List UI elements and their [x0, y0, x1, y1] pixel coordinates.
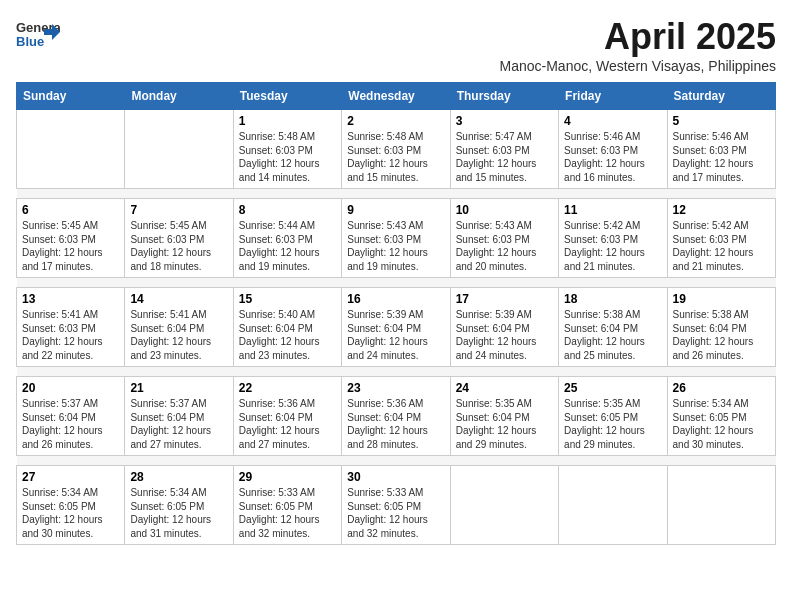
- day-number: 19: [673, 292, 770, 306]
- main-title: April 2025: [500, 16, 777, 58]
- cell-info: Sunrise: 5:42 AMSunset: 6:03 PMDaylight:…: [673, 219, 770, 273]
- day-number: 15: [239, 292, 336, 306]
- day-number: 16: [347, 292, 444, 306]
- calendar-cell: 3Sunrise: 5:47 AMSunset: 6:03 PMDaylight…: [450, 110, 558, 189]
- day-number: 2: [347, 114, 444, 128]
- cell-info: Sunrise: 5:48 AMSunset: 6:03 PMDaylight:…: [239, 130, 336, 184]
- calendar-cell: 30Sunrise: 5:33 AMSunset: 6:05 PMDayligh…: [342, 466, 450, 545]
- day-number: 10: [456, 203, 553, 217]
- day-number: 1: [239, 114, 336, 128]
- calendar-cell: 7Sunrise: 5:45 AMSunset: 6:03 PMDaylight…: [125, 199, 233, 278]
- cell-info: Sunrise: 5:41 AMSunset: 6:04 PMDaylight:…: [130, 308, 227, 362]
- logo: General Blue: [16, 16, 60, 56]
- day-number: 7: [130, 203, 227, 217]
- calendar-cell: 11Sunrise: 5:42 AMSunset: 6:03 PMDayligh…: [559, 199, 667, 278]
- week-separator: [17, 367, 776, 377]
- day-number: 9: [347, 203, 444, 217]
- calendar-cell: 19Sunrise: 5:38 AMSunset: 6:04 PMDayligh…: [667, 288, 775, 367]
- calendar-header-row: SundayMondayTuesdayWednesdayThursdayFrid…: [17, 83, 776, 110]
- cell-info: Sunrise: 5:46 AMSunset: 6:03 PMDaylight:…: [564, 130, 661, 184]
- cell-info: Sunrise: 5:46 AMSunset: 6:03 PMDaylight:…: [673, 130, 770, 184]
- calendar-cell: 1Sunrise: 5:48 AMSunset: 6:03 PMDaylight…: [233, 110, 341, 189]
- week-separator: [17, 278, 776, 288]
- calendar-cell: [17, 110, 125, 189]
- day-number: 27: [22, 470, 119, 484]
- calendar-cell: 15Sunrise: 5:40 AMSunset: 6:04 PMDayligh…: [233, 288, 341, 367]
- week-row-2: 6Sunrise: 5:45 AMSunset: 6:03 PMDaylight…: [17, 199, 776, 278]
- day-number: 8: [239, 203, 336, 217]
- calendar-cell: 16Sunrise: 5:39 AMSunset: 6:04 PMDayligh…: [342, 288, 450, 367]
- day-number: 18: [564, 292, 661, 306]
- day-number: 25: [564, 381, 661, 395]
- weekday-header-monday: Monday: [125, 83, 233, 110]
- weekday-header-wednesday: Wednesday: [342, 83, 450, 110]
- calendar-cell: 6Sunrise: 5:45 AMSunset: 6:03 PMDaylight…: [17, 199, 125, 278]
- calendar-cell: 10Sunrise: 5:43 AMSunset: 6:03 PMDayligh…: [450, 199, 558, 278]
- calendar-cell: 25Sunrise: 5:35 AMSunset: 6:05 PMDayligh…: [559, 377, 667, 456]
- calendar-cell: 24Sunrise: 5:35 AMSunset: 6:04 PMDayligh…: [450, 377, 558, 456]
- weekday-header-saturday: Saturday: [667, 83, 775, 110]
- cell-info: Sunrise: 5:34 AMSunset: 6:05 PMDaylight:…: [673, 397, 770, 451]
- cell-info: Sunrise: 5:37 AMSunset: 6:04 PMDaylight:…: [130, 397, 227, 451]
- day-number: 4: [564, 114, 661, 128]
- day-number: 20: [22, 381, 119, 395]
- cell-info: Sunrise: 5:38 AMSunset: 6:04 PMDaylight:…: [673, 308, 770, 362]
- day-number: 24: [456, 381, 553, 395]
- cell-info: Sunrise: 5:42 AMSunset: 6:03 PMDaylight:…: [564, 219, 661, 273]
- cell-info: Sunrise: 5:45 AMSunset: 6:03 PMDaylight:…: [22, 219, 119, 273]
- day-number: 29: [239, 470, 336, 484]
- day-number: 28: [130, 470, 227, 484]
- calendar-cell: [450, 466, 558, 545]
- cell-info: Sunrise: 5:38 AMSunset: 6:04 PMDaylight:…: [564, 308, 661, 362]
- calendar-cell: 17Sunrise: 5:39 AMSunset: 6:04 PMDayligh…: [450, 288, 558, 367]
- calendar-cell: 27Sunrise: 5:34 AMSunset: 6:05 PMDayligh…: [17, 466, 125, 545]
- calendar-cell: [559, 466, 667, 545]
- calendar-cell: [667, 466, 775, 545]
- day-number: 5: [673, 114, 770, 128]
- day-number: 21: [130, 381, 227, 395]
- calendar-cell: 20Sunrise: 5:37 AMSunset: 6:04 PMDayligh…: [17, 377, 125, 456]
- cell-info: Sunrise: 5:41 AMSunset: 6:03 PMDaylight:…: [22, 308, 119, 362]
- calendar-cell: 4Sunrise: 5:46 AMSunset: 6:03 PMDaylight…: [559, 110, 667, 189]
- week-separator: [17, 456, 776, 466]
- week-row-5: 27Sunrise: 5:34 AMSunset: 6:05 PMDayligh…: [17, 466, 776, 545]
- cell-info: Sunrise: 5:33 AMSunset: 6:05 PMDaylight:…: [239, 486, 336, 540]
- calendar-cell: 5Sunrise: 5:46 AMSunset: 6:03 PMDaylight…: [667, 110, 775, 189]
- day-number: 22: [239, 381, 336, 395]
- page-header: General Blue April 2025 Manoc-Manoc, Wes…: [16, 16, 776, 74]
- day-number: 13: [22, 292, 119, 306]
- calendar-cell: 18Sunrise: 5:38 AMSunset: 6:04 PMDayligh…: [559, 288, 667, 367]
- cell-info: Sunrise: 5:35 AMSunset: 6:04 PMDaylight:…: [456, 397, 553, 451]
- day-number: 17: [456, 292, 553, 306]
- day-number: 11: [564, 203, 661, 217]
- subtitle: Manoc-Manoc, Western Visayas, Philippine…: [500, 58, 777, 74]
- day-number: 12: [673, 203, 770, 217]
- calendar-cell: 26Sunrise: 5:34 AMSunset: 6:05 PMDayligh…: [667, 377, 775, 456]
- calendar-cell: 2Sunrise: 5:48 AMSunset: 6:03 PMDaylight…: [342, 110, 450, 189]
- cell-info: Sunrise: 5:44 AMSunset: 6:03 PMDaylight:…: [239, 219, 336, 273]
- cell-info: Sunrise: 5:43 AMSunset: 6:03 PMDaylight:…: [347, 219, 444, 273]
- cell-info: Sunrise: 5:43 AMSunset: 6:03 PMDaylight:…: [456, 219, 553, 273]
- cell-info: Sunrise: 5:36 AMSunset: 6:04 PMDaylight:…: [347, 397, 444, 451]
- cell-info: Sunrise: 5:39 AMSunset: 6:04 PMDaylight:…: [456, 308, 553, 362]
- cell-info: Sunrise: 5:48 AMSunset: 6:03 PMDaylight:…: [347, 130, 444, 184]
- cell-info: Sunrise: 5:40 AMSunset: 6:04 PMDaylight:…: [239, 308, 336, 362]
- calendar-cell: 23Sunrise: 5:36 AMSunset: 6:04 PMDayligh…: [342, 377, 450, 456]
- cell-info: Sunrise: 5:37 AMSunset: 6:04 PMDaylight:…: [22, 397, 119, 451]
- title-block: April 2025 Manoc-Manoc, Western Visayas,…: [500, 16, 777, 74]
- day-number: 3: [456, 114, 553, 128]
- weekday-header-thursday: Thursday: [450, 83, 558, 110]
- calendar-cell: [125, 110, 233, 189]
- calendar-cell: 9Sunrise: 5:43 AMSunset: 6:03 PMDaylight…: [342, 199, 450, 278]
- calendar-cell: 28Sunrise: 5:34 AMSunset: 6:05 PMDayligh…: [125, 466, 233, 545]
- cell-info: Sunrise: 5:35 AMSunset: 6:05 PMDaylight:…: [564, 397, 661, 451]
- cell-info: Sunrise: 5:36 AMSunset: 6:04 PMDaylight:…: [239, 397, 336, 451]
- calendar-table: SundayMondayTuesdayWednesdayThursdayFrid…: [16, 82, 776, 545]
- svg-text:Blue: Blue: [16, 34, 44, 49]
- weekday-header-friday: Friday: [559, 83, 667, 110]
- day-number: 23: [347, 381, 444, 395]
- calendar-cell: 12Sunrise: 5:42 AMSunset: 6:03 PMDayligh…: [667, 199, 775, 278]
- calendar-cell: 22Sunrise: 5:36 AMSunset: 6:04 PMDayligh…: [233, 377, 341, 456]
- cell-info: Sunrise: 5:39 AMSunset: 6:04 PMDaylight:…: [347, 308, 444, 362]
- cell-info: Sunrise: 5:34 AMSunset: 6:05 PMDaylight:…: [22, 486, 119, 540]
